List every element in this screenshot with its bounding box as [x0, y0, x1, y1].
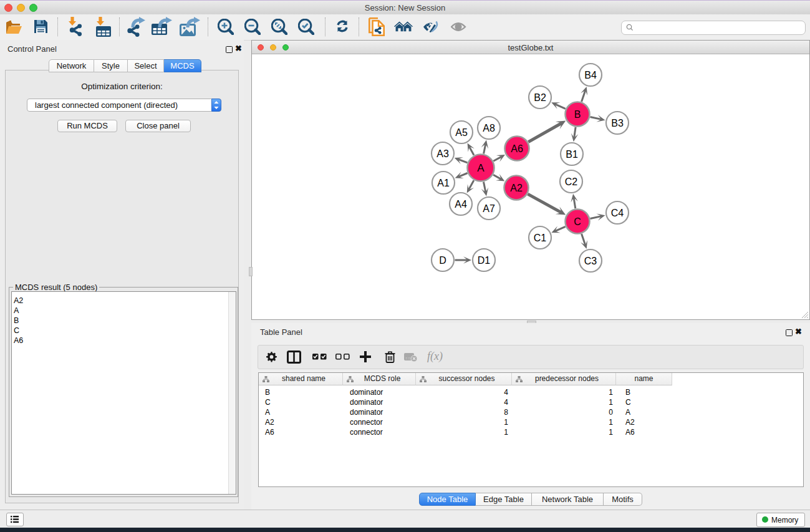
svg-text:C2: C2 [565, 177, 578, 187]
svg-text:B2: B2 [534, 92, 546, 103]
svg-text:A4: A4 [455, 199, 467, 210]
svg-text:A8: A8 [483, 123, 495, 133]
svg-text:B4: B4 [584, 70, 597, 80]
svg-text:D1: D1 [478, 255, 491, 266]
svg-text:A7: A7 [483, 203, 495, 214]
svg-text:C4: C4 [611, 208, 624, 218]
svg-text:A: A [477, 162, 485, 174]
svg-text:D: D [439, 255, 446, 266]
svg-text:B: B [574, 109, 581, 120]
svg-text:A2: A2 [510, 183, 523, 193]
svg-text:A5: A5 [455, 127, 468, 138]
svg-text:A1: A1 [437, 178, 450, 188]
svg-text:A3: A3 [436, 148, 449, 159]
svg-text:A6: A6 [511, 143, 523, 154]
svg-text:B1: B1 [566, 149, 578, 160]
svg-text:B3: B3 [611, 118, 624, 128]
svg-text:C: C [574, 216, 581, 227]
svg-text:C3: C3 [584, 256, 597, 266]
svg-text:C1: C1 [534, 233, 547, 243]
